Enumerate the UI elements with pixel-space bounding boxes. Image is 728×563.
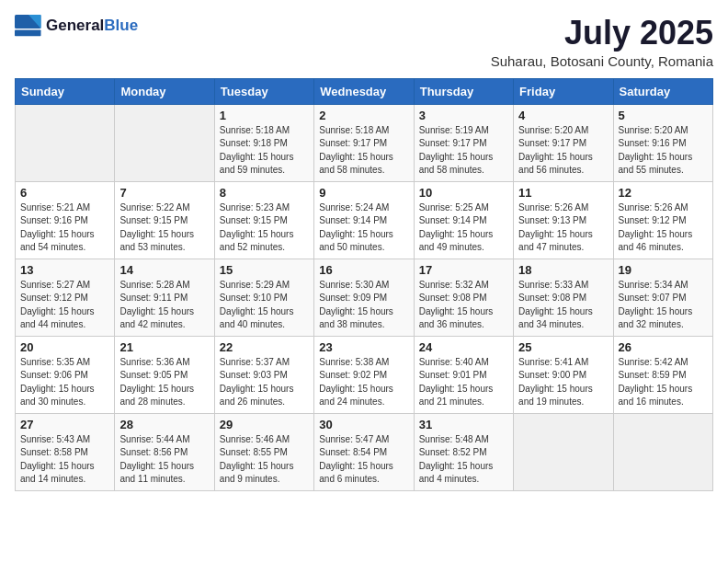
table-cell: 15Sunrise: 5:29 AMSunset: 9:10 PMDayligh… [214, 259, 313, 336]
day-info: Sunrise: 5:18 AMSunset: 9:17 PMDaylight:… [319, 125, 393, 176]
table-cell: 11Sunrise: 5:26 AMSunset: 9:13 PMDayligh… [514, 181, 613, 259]
table-cell [514, 413, 613, 490]
day-info: Sunrise: 5:23 AMSunset: 9:15 PMDaylight:… [220, 202, 294, 253]
day-info: Sunrise: 5:40 AMSunset: 9:01 PMDaylight:… [419, 357, 494, 408]
table-cell: 13Sunrise: 5:27 AMSunset: 9:12 PMDayligh… [16, 259, 115, 336]
table-cell: 16Sunrise: 5:30 AMSunset: 9:09 PMDayligh… [314, 259, 414, 336]
table-cell: 12Sunrise: 5:26 AMSunset: 9:12 PMDayligh… [613, 181, 712, 259]
day-number: 17 [419, 263, 508, 277]
day-info: Sunrise: 5:32 AMSunset: 9:08 PMDaylight:… [419, 280, 494, 330]
day-number: 23 [319, 340, 408, 354]
day-number: 4 [518, 109, 608, 122]
week-row-3: 13Sunrise: 5:27 AMSunset: 9:12 PMDayligh… [16, 259, 713, 336]
day-info: Sunrise: 5:21 AMSunset: 9:16 PMDaylight:… [20, 202, 95, 253]
week-row-5: 27Sunrise: 5:43 AMSunset: 8:58 PMDayligh… [16, 413, 713, 490]
page-header: General Blue July 2025 Suharau, Botosani… [15, 15, 713, 69]
table-cell: 9Sunrise: 5:24 AMSunset: 9:14 PMDaylight… [314, 181, 414, 259]
calendar-header-row: Sunday Monday Tuesday Wednesday Thursday… [16, 78, 713, 104]
day-info: Sunrise: 5:37 AMSunset: 9:03 PMDaylight:… [220, 357, 294, 408]
title-area: July 2025 Suharau, Botosani County, Roma… [491, 15, 713, 69]
day-number: 21 [119, 340, 209, 354]
day-info: Sunrise: 5:26 AMSunset: 9:12 PMDaylight:… [619, 202, 693, 253]
table-cell [613, 413, 712, 490]
day-info: Sunrise: 5:33 AMSunset: 9:08 PMDaylight:… [518, 280, 593, 330]
table-cell: 21Sunrise: 5:36 AMSunset: 9:05 PMDayligh… [115, 336, 214, 413]
table-cell: 26Sunrise: 5:42 AMSunset: 8:59 PMDayligh… [613, 336, 712, 413]
day-info: Sunrise: 5:48 AMSunset: 8:52 PMDaylight:… [419, 434, 494, 485]
day-info: Sunrise: 5:34 AMSunset: 9:07 PMDaylight:… [619, 280, 693, 330]
day-number: 15 [220, 263, 309, 277]
table-cell: 3Sunrise: 5:19 AMSunset: 9:17 PMDaylight… [414, 104, 513, 181]
day-number: 18 [518, 263, 608, 277]
table-cell: 25Sunrise: 5:41 AMSunset: 9:00 PMDayligh… [514, 336, 613, 413]
table-cell: 31Sunrise: 5:48 AMSunset: 8:52 PMDayligh… [414, 413, 513, 490]
col-monday: Monday [115, 78, 214, 104]
col-saturday: Saturday [613, 78, 712, 104]
table-cell: 5Sunrise: 5:20 AMSunset: 9:16 PMDaylight… [613, 104, 712, 181]
table-cell [16, 104, 115, 181]
day-number: 1 [220, 109, 309, 122]
day-info: Sunrise: 5:35 AMSunset: 9:06 PMDaylight:… [20, 357, 95, 408]
table-cell: 4Sunrise: 5:20 AMSunset: 9:17 PMDaylight… [514, 104, 613, 181]
day-number: 19 [619, 263, 708, 277]
table-cell: 7Sunrise: 5:22 AMSunset: 9:15 PMDaylight… [115, 181, 214, 259]
table-cell: 2Sunrise: 5:18 AMSunset: 9:17 PMDaylight… [314, 104, 414, 181]
day-info: Sunrise: 5:25 AMSunset: 9:14 PMDaylight:… [419, 202, 494, 253]
day-info: Sunrise: 5:44 AMSunset: 8:56 PMDaylight:… [119, 434, 194, 485]
logo-general: General [46, 17, 104, 35]
table-cell: 24Sunrise: 5:40 AMSunset: 9:01 PMDayligh… [414, 336, 513, 413]
day-info: Sunrise: 5:27 AMSunset: 9:12 PMDaylight:… [20, 280, 95, 330]
day-number: 26 [619, 340, 708, 354]
day-number: 7 [119, 186, 209, 200]
table-cell: 19Sunrise: 5:34 AMSunset: 9:07 PMDayligh… [613, 259, 712, 336]
day-info: Sunrise: 5:20 AMSunset: 9:17 PMDaylight:… [518, 125, 593, 176]
day-info: Sunrise: 5:19 AMSunset: 9:17 PMDaylight:… [419, 125, 494, 176]
day-number: 16 [319, 263, 408, 277]
table-cell: 20Sunrise: 5:35 AMSunset: 9:06 PMDayligh… [16, 336, 115, 413]
day-info: Sunrise: 5:38 AMSunset: 9:02 PMDaylight:… [319, 357, 393, 408]
day-number: 24 [419, 340, 508, 354]
day-info: Sunrise: 5:36 AMSunset: 9:05 PMDaylight:… [119, 357, 194, 408]
day-info: Sunrise: 5:42 AMSunset: 8:59 PMDaylight:… [619, 357, 693, 408]
day-info: Sunrise: 5:41 AMSunset: 9:00 PMDaylight:… [518, 357, 593, 408]
day-info: Sunrise: 5:20 AMSunset: 9:16 PMDaylight:… [619, 125, 693, 176]
table-cell: 10Sunrise: 5:25 AMSunset: 9:14 PMDayligh… [414, 181, 513, 259]
day-number: 29 [220, 418, 309, 431]
day-info: Sunrise: 5:46 AMSunset: 8:55 PMDaylight:… [220, 434, 294, 485]
table-cell: 23Sunrise: 5:38 AMSunset: 9:02 PMDayligh… [314, 336, 414, 413]
table-cell: 6Sunrise: 5:21 AMSunset: 9:16 PMDaylight… [16, 181, 115, 259]
table-cell: 1Sunrise: 5:18 AMSunset: 9:18 PMDaylight… [214, 104, 313, 181]
table-cell: 8Sunrise: 5:23 AMSunset: 9:15 PMDaylight… [214, 181, 313, 259]
week-row-2: 6Sunrise: 5:21 AMSunset: 9:16 PMDaylight… [16, 181, 713, 259]
table-cell: 22Sunrise: 5:37 AMSunset: 9:03 PMDayligh… [214, 336, 313, 413]
col-friday: Friday [514, 78, 613, 104]
day-number: 12 [619, 186, 708, 200]
logo-icon [15, 15, 42, 37]
day-number: 8 [220, 186, 309, 200]
day-number: 13 [20, 263, 109, 277]
subtitle: Suharau, Botosani County, Romania [491, 53, 713, 69]
day-info: Sunrise: 5:28 AMSunset: 9:11 PMDaylight:… [119, 280, 194, 330]
svg-rect-2 [15, 30, 41, 37]
day-info: Sunrise: 5:18 AMSunset: 9:18 PMDaylight:… [220, 125, 294, 176]
table-cell: 30Sunrise: 5:47 AMSunset: 8:54 PMDayligh… [314, 413, 414, 490]
day-number: 9 [319, 186, 408, 200]
col-sunday: Sunday [16, 78, 115, 104]
day-info: Sunrise: 5:26 AMSunset: 9:13 PMDaylight:… [518, 202, 593, 253]
day-number: 22 [220, 340, 309, 354]
day-info: Sunrise: 5:29 AMSunset: 9:10 PMDaylight:… [220, 280, 294, 330]
table-cell: 27Sunrise: 5:43 AMSunset: 8:58 PMDayligh… [16, 413, 115, 490]
day-number: 5 [619, 109, 708, 122]
logo-text: General Blue [46, 17, 138, 35]
week-row-1: 1Sunrise: 5:18 AMSunset: 9:18 PMDaylight… [16, 104, 713, 181]
day-number: 30 [319, 418, 408, 431]
day-info: Sunrise: 5:24 AMSunset: 9:14 PMDaylight:… [319, 202, 393, 253]
logo: General Blue [15, 15, 138, 37]
table-cell: 18Sunrise: 5:33 AMSunset: 9:08 PMDayligh… [514, 259, 613, 336]
table-cell: 29Sunrise: 5:46 AMSunset: 8:55 PMDayligh… [214, 413, 313, 490]
day-number: 14 [119, 263, 209, 277]
col-wednesday: Wednesday [314, 78, 414, 104]
day-number: 6 [20, 186, 109, 200]
week-row-4: 20Sunrise: 5:35 AMSunset: 9:06 PMDayligh… [16, 336, 713, 413]
day-number: 3 [419, 109, 508, 122]
